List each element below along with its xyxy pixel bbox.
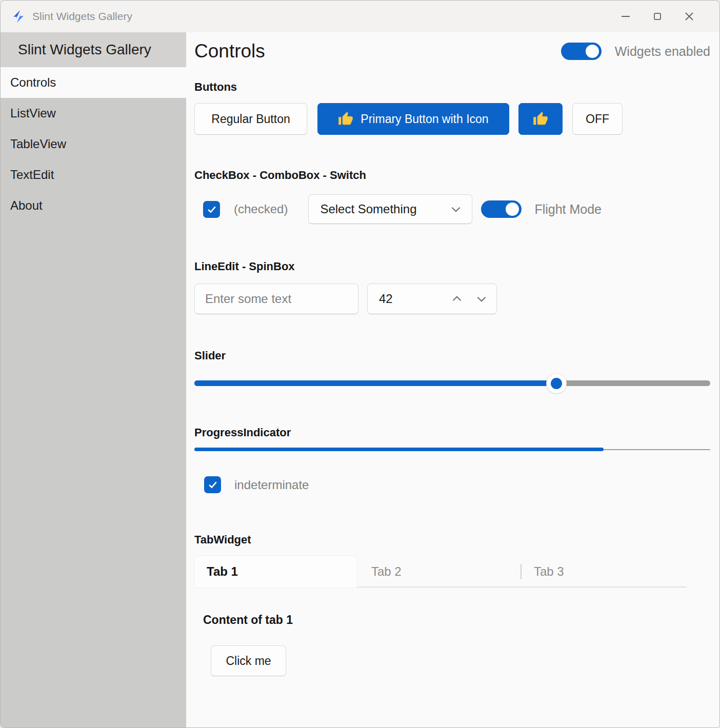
close-icon: [685, 12, 694, 21]
slint-logo-icon: [12, 10, 25, 23]
check-icon: [207, 206, 216, 213]
line-edit-placeholder: Enter some text: [205, 292, 291, 306]
off-button[interactable]: OFF: [572, 103, 623, 135]
window-title: Slint Widgets Gallery: [32, 10, 132, 23]
primary-button-with-icon[interactable]: Primary Button with Icon: [317, 103, 509, 135]
sidebar: Slint Widgets Gallery Controls ListView …: [1, 32, 186, 727]
primary-button-label: Primary Button with Icon: [361, 112, 488, 126]
slider-fill: [194, 380, 556, 386]
sidebar-item-tableview[interactable]: TableView: [1, 129, 186, 159]
flight-mode-label: Flight Mode: [534, 202, 602, 217]
widgets-enabled-toggle[interactable]: [561, 43, 602, 60]
thumbs-up-icon: [338, 111, 353, 127]
minimize-button[interactable]: [610, 5, 642, 28]
spinbox-value: 42: [379, 292, 450, 306]
thumb-only-button[interactable]: [518, 103, 563, 135]
page-title: Controls: [194, 41, 265, 62]
indeterminate-checkbox[interactable]: [204, 476, 221, 493]
widgets-enabled-label: Widgets enabled: [615, 44, 710, 59]
maximize-button[interactable]: [642, 5, 673, 28]
slider-knob-dot: [551, 378, 562, 389]
thumbs-up-icon: [533, 111, 548, 127]
indeterminate-label: indeterminate: [234, 478, 309, 492]
sidebar-item-about[interactable]: About: [1, 190, 186, 221]
checked-checkbox[interactable]: [203, 201, 220, 218]
progress-fill: [194, 448, 604, 451]
tab-3[interactable]: Tab 3: [522, 556, 686, 588]
title-bar: Slint Widgets Gallery: [1, 1, 719, 32]
lineedit-spinbox-heading: LineEdit - SpinBox: [194, 260, 710, 273]
tab-1[interactable]: Tab 1: [194, 556, 357, 588]
combobox[interactable]: Select Something: [308, 194, 472, 224]
toggle-knob: [586, 45, 599, 58]
chevron-down-icon: [449, 203, 463, 216]
tab-content-heading: Content of tab 1: [203, 613, 710, 627]
buttons-heading: Buttons: [194, 80, 710, 94]
progress-heading: ProgressIndicator: [194, 426, 710, 439]
tabwidget-heading: TabWidget: [194, 533, 710, 547]
checkbox-combobox-switch-heading: CheckBox - ComboBox - Switch: [194, 169, 710, 182]
tab-2[interactable]: Tab 2: [357, 556, 521, 588]
toggle-knob: [506, 203, 519, 216]
progress-indicator: [194, 448, 710, 452]
app-window: Slint Widgets Gallery Slint Widgets Gall…: [0, 0, 720, 728]
click-me-button[interactable]: Click me: [211, 645, 286, 676]
slider-heading: Slider: [194, 349, 710, 362]
slider-knob[interactable]: [547, 374, 566, 393]
checked-label: (checked): [234, 202, 288, 216]
tab-bar: Tab 1 Tab 2 Tab 3: [194, 556, 687, 588]
sidebar-item-listview[interactable]: ListView: [1, 98, 186, 129]
sidebar-item-controls[interactable]: Controls: [1, 67, 186, 98]
maximize-icon: [654, 13, 661, 20]
sidebar-item-textedit[interactable]: TextEdit: [1, 159, 186, 190]
line-edit[interactable]: Enter some text: [194, 284, 358, 314]
main-content: Controls Widgets enabled Buttons Regular…: [186, 32, 719, 727]
flight-mode-toggle[interactable]: [481, 200, 522, 218]
chevron-up-icon[interactable]: [450, 292, 464, 306]
window-controls: [610, 5, 705, 28]
combobox-value: Select Something: [320, 202, 449, 216]
minimize-icon: [622, 16, 630, 17]
spinbox[interactable]: 42: [367, 284, 497, 314]
tabbar-underline: [357, 587, 687, 588]
slider[interactable]: [194, 373, 710, 393]
chevron-down-icon[interactable]: [475, 292, 488, 306]
regular-button[interactable]: Regular Button: [194, 103, 307, 135]
close-button[interactable]: [673, 5, 705, 28]
check-icon: [208, 481, 217, 489]
sidebar-header: Slint Widgets Gallery: [1, 32, 186, 67]
